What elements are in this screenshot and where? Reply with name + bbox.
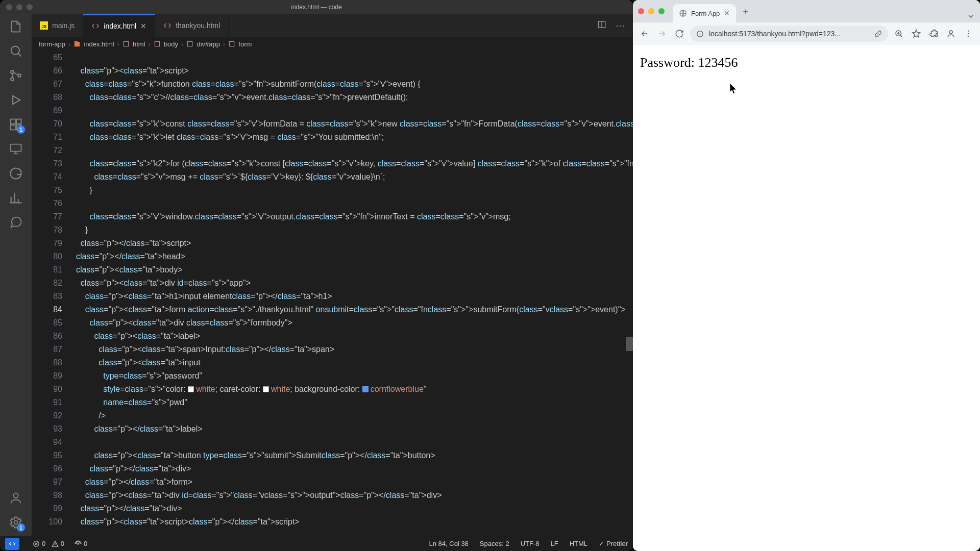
breadcrumb[interactable]: form-app› index.html› html› body› div#ap…	[32, 37, 633, 51]
breadcrumb-item[interactable]: form	[238, 40, 252, 48]
breadcrumb-item[interactable]: body	[164, 40, 178, 48]
minimize-dot[interactable]	[648, 8, 654, 14]
breadcrumb-item[interactable]: html	[133, 40, 145, 48]
reload-button[interactable]	[673, 27, 686, 40]
activity-bar: 1 1	[0, 14, 32, 536]
svg-rect-15	[155, 41, 159, 46]
mac-traffic-lights[interactable]	[638, 8, 665, 14]
svg-text:JS: JS	[41, 24, 46, 29]
chrome-toolbar: localhost:5173/thankyou.html?pwd=123...	[633, 22, 980, 45]
ports-indicator[interactable]: 0	[75, 540, 87, 547]
settings-badge: 1	[17, 523, 25, 532]
svg-rect-7	[16, 119, 21, 124]
svg-point-19	[78, 543, 79, 544]
minimize-dot[interactable]	[16, 4, 22, 10]
editor-zone: JSmain.jsindex.html✕thankyou.html ⋯ form…	[32, 14, 633, 536]
expand-tabs-icon[interactable]	[967, 12, 975, 22]
close-tab-icon[interactable]: ✕	[140, 22, 146, 30]
remote-explorer-icon[interactable]	[9, 142, 23, 156]
edge-icon[interactable]	[9, 166, 23, 181]
extensions-puzzle-icon[interactable]	[927, 27, 940, 40]
forward-button[interactable]	[655, 27, 669, 40]
account-icon[interactable]	[9, 491, 23, 505]
vscode-titlebar: index.html — code	[0, 0, 633, 14]
svg-rect-16	[188, 41, 192, 46]
browser-tab-title: Form App	[691, 10, 720, 17]
breadcrumb-item[interactable]: div#app	[197, 40, 220, 48]
page-favicon-icon	[679, 9, 687, 17]
svg-point-2	[11, 78, 14, 81]
formatter[interactable]: ✓ Prettier	[599, 540, 628, 547]
svg-rect-17	[230, 41, 234, 46]
extensions-badge: 1	[17, 126, 25, 134]
run-debug-icon[interactable]	[9, 93, 23, 107]
minimap-scroll-handle[interactable]	[626, 337, 633, 351]
editor-tab[interactable]: thankyou.html	[155, 14, 229, 37]
svg-rect-4	[11, 119, 15, 124]
svg-point-3	[18, 74, 21, 77]
problems-indicator[interactable]: 0 0	[33, 540, 64, 547]
editor-tab[interactable]: JSmain.js	[32, 14, 83, 37]
svg-point-10	[14, 521, 18, 524]
new-tab-button[interactable]: ＋	[739, 5, 752, 18]
svg-rect-5	[11, 125, 15, 130]
remote-indicator[interactable]	[5, 538, 19, 550]
editor-actions: ⋯	[589, 14, 633, 37]
browser-tab[interactable]: Form App ✕	[673, 4, 736, 22]
code-editor[interactable]: 6566676869707172737475767778798081828384…	[32, 51, 633, 536]
svg-rect-8	[11, 144, 21, 152]
svg-point-24	[968, 31, 969, 32]
browser-viewport[interactable]: Password: 123456	[633, 45, 980, 551]
kebab-menu-icon[interactable]	[962, 27, 975, 40]
chrome-window: Form App ✕ ＋ localhost:5173/thankyou.htm…	[633, 0, 980, 551]
profile-avatar-icon[interactable]	[944, 27, 958, 40]
svg-point-26	[968, 36, 969, 37]
chrome-tab-strip: Form App ✕ ＋	[633, 0, 980, 22]
graph-icon[interactable]	[9, 191, 23, 205]
zoom-icon[interactable]	[892, 27, 905, 40]
breadcrumb-item[interactable]: form-app	[39, 40, 65, 48]
svg-point-1	[11, 70, 14, 73]
close-dot[interactable]	[6, 4, 12, 10]
extensions-icon[interactable]: 1	[9, 117, 23, 132]
zoom-dot[interactable]	[27, 4, 33, 10]
settings-gear-icon[interactable]: 1	[9, 515, 23, 530]
close-dot[interactable]	[638, 8, 644, 14]
editor-tabs: JSmain.jsindex.html✕thankyou.html ⋯	[32, 14, 633, 37]
search-icon[interactable]	[9, 44, 23, 58]
window-title: index.html — code	[291, 4, 341, 11]
chat-icon[interactable]	[9, 215, 23, 230]
site-info-icon[interactable]	[696, 30, 704, 38]
page-heading: Password: 123456	[640, 55, 973, 70]
more-actions-icon[interactable]: ⋯	[616, 20, 625, 31]
encoding[interactable]: UTF-8	[521, 540, 540, 547]
editor-tab[interactable]: index.html✕	[83, 14, 155, 37]
svg-point-25	[968, 33, 969, 34]
split-editor-icon[interactable]	[597, 20, 606, 31]
indentation[interactable]: Spaces: 2	[480, 540, 509, 547]
svg-rect-14	[124, 41, 128, 46]
zoom-dot[interactable]	[658, 8, 665, 14]
bookmark-star-icon[interactable]	[910, 27, 923, 40]
svg-point-23	[949, 31, 952, 34]
mouse-cursor-icon	[729, 83, 738, 95]
svg-point-0	[11, 46, 19, 55]
explorer-icon[interactable]	[9, 19, 23, 34]
svg-point-9	[13, 493, 18, 498]
vscode-window: index.html — code 1	[0, 0, 633, 551]
breadcrumb-item[interactable]: index.html	[84, 40, 114, 48]
close-tab-icon[interactable]: ✕	[724, 10, 730, 17]
back-button[interactable]	[638, 27, 651, 40]
cursor-position[interactable]: Ln 84, Col 38	[429, 540, 469, 547]
eol[interactable]: LF	[551, 540, 558, 547]
status-bar: 0 0 0 Ln 84, Col 38 Spaces: 2 UTF-8 LF H…	[0, 536, 633, 551]
address-bar[interactable]: localhost:5173/thankyou.html?pwd=123...	[690, 26, 888, 42]
source-control-icon[interactable]	[9, 68, 23, 83]
mac-traffic-lights[interactable]	[6, 4, 33, 10]
link-icon[interactable]	[874, 30, 882, 38]
language-mode[interactable]: HTML	[570, 540, 587, 547]
url-text: localhost:5173/thankyou.html?pwd=123...	[709, 30, 869, 38]
